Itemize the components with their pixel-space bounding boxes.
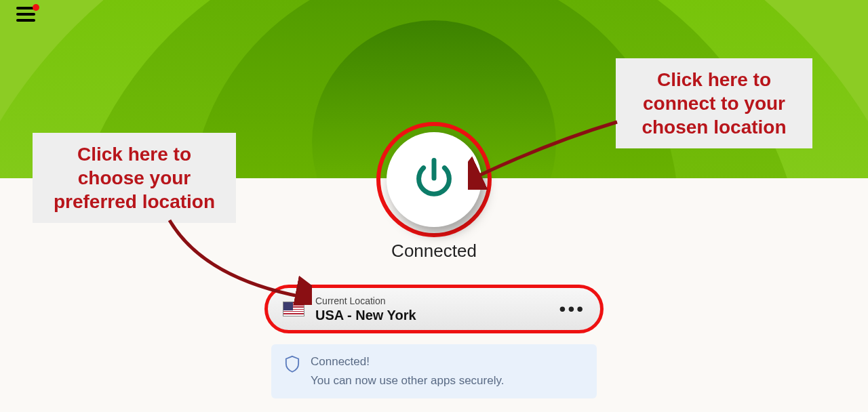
flag-us-icon bbox=[283, 302, 304, 316]
more-options-icon[interactable]: ••• bbox=[559, 298, 585, 320]
menu-button[interactable] bbox=[16, 7, 35, 22]
connect-button-highlight bbox=[376, 122, 492, 237]
status-card-title: Connected! bbox=[311, 355, 504, 369]
status-card-subtitle: You can now use other apps securely. bbox=[311, 374, 504, 388]
notification-dot-icon bbox=[33, 4, 39, 11]
status-card: Connected! You can now use other apps se… bbox=[271, 344, 597, 398]
annotation-choose: Click here to choose your preferred loca… bbox=[33, 133, 236, 223]
connect-button[interactable] bbox=[387, 132, 481, 227]
location-name: USA - New York bbox=[315, 308, 559, 323]
power-icon bbox=[410, 154, 458, 205]
location-label: Current Location bbox=[315, 295, 559, 306]
connection-status: Connected bbox=[391, 241, 477, 262]
location-selector[interactable]: Current Location USA - New York ••• bbox=[264, 285, 604, 333]
annotation-connect: Click here to connect to your chosen loc… bbox=[616, 58, 812, 148]
shield-icon bbox=[285, 355, 300, 373]
